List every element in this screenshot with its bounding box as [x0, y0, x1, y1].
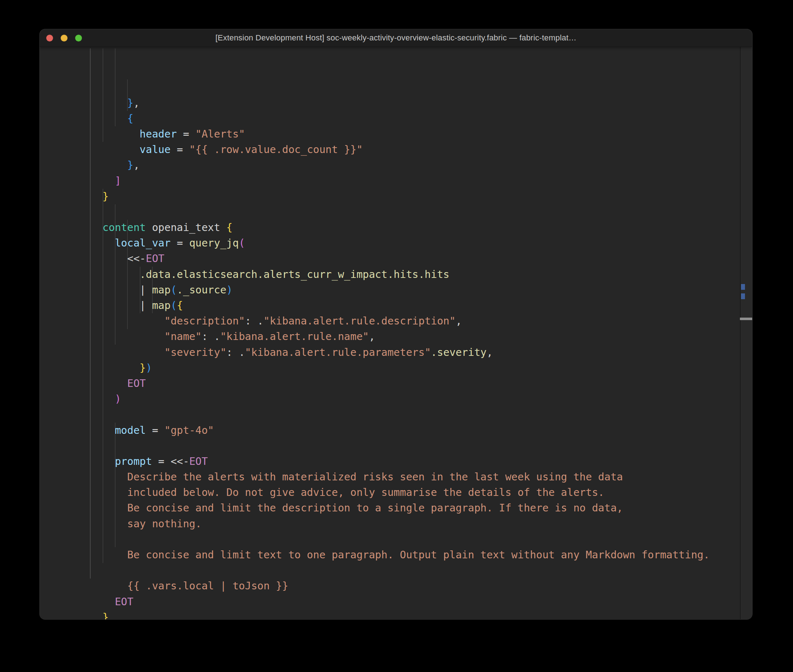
- code-line: model = "gpt-4o": [78, 422, 731, 438]
- code-line: EOT: [78, 376, 731, 391]
- code-line: EOT: [78, 594, 731, 610]
- code-line: },: [78, 157, 731, 173]
- overview-ruler[interactable]: [741, 47, 752, 619]
- code-line: .data.elasticsearch.alerts_curr_w_impact…: [78, 267, 731, 282]
- code-line: Be concise and limit text to one paragra…: [78, 547, 731, 563]
- code-line: Describe the alerts with materialized ri…: [78, 469, 731, 485]
- scrollbar-thumb[interactable]: [740, 318, 752, 320]
- code-line: | map(._source): [78, 282, 731, 298]
- window-titlebar[interactable]: [Extension Development Host] soc-weekly-…: [40, 29, 752, 47]
- code-line: "name": ."kibana.alert.rule.name",: [78, 329, 731, 344]
- code-line: <<-EOT: [78, 251, 731, 266]
- code-line: [78, 204, 731, 220]
- code-line: included below. Do not give advice, only…: [78, 485, 731, 500]
- code-line: [78, 438, 731, 454]
- code-editor[interactable]: }, { header = "Alerts" value = "{{ .row.…: [40, 47, 752, 619]
- code-line: "severity": ."kibana.alert.rule.paramete…: [78, 345, 731, 360]
- vscode-window: [Extension Development Host] soc-weekly-…: [40, 29, 752, 619]
- code-line: header = "Alerts": [78, 126, 731, 142]
- code-line: [78, 563, 731, 578]
- window-title: [Extension Development Host] soc-weekly-…: [40, 29, 752, 46]
- code-line: {: [78, 111, 731, 126]
- code-line: [78, 407, 731, 422]
- code-line: | map({: [78, 298, 731, 313]
- code-line: local_var = query_jq(: [78, 235, 731, 251]
- code-line: content openai_text {: [78, 220, 731, 235]
- desktop-background: { "window": { "title": "[Extension Devel…: [0, 0, 793, 672]
- code-line: {{ .vars.local | toJson }}: [78, 578, 731, 594]
- code-line: }): [78, 360, 731, 376]
- ruler-mark: [741, 293, 745, 299]
- code-line: Be concise and limit the description to …: [78, 500, 731, 516]
- code-line: "description": ."kibana.alert.rule.descr…: [78, 313, 731, 329]
- code-line: }: [78, 189, 731, 204]
- code-line: prompt = <<-EOT: [78, 454, 731, 469]
- code-line: [78, 531, 731, 547]
- ruler-mark: [741, 284, 745, 290]
- code-lines: }, { header = "Alerts" value = "{{ .row.…: [78, 47, 731, 619]
- code-line: }: [78, 610, 731, 619]
- code-line: ): [78, 391, 731, 407]
- code-line: value = "{{ .row.value.doc_count }}": [78, 142, 731, 157]
- code-line: },: [78, 95, 731, 111]
- code-line: ]: [78, 173, 731, 189]
- code-line: say nothing.: [78, 516, 731, 531]
